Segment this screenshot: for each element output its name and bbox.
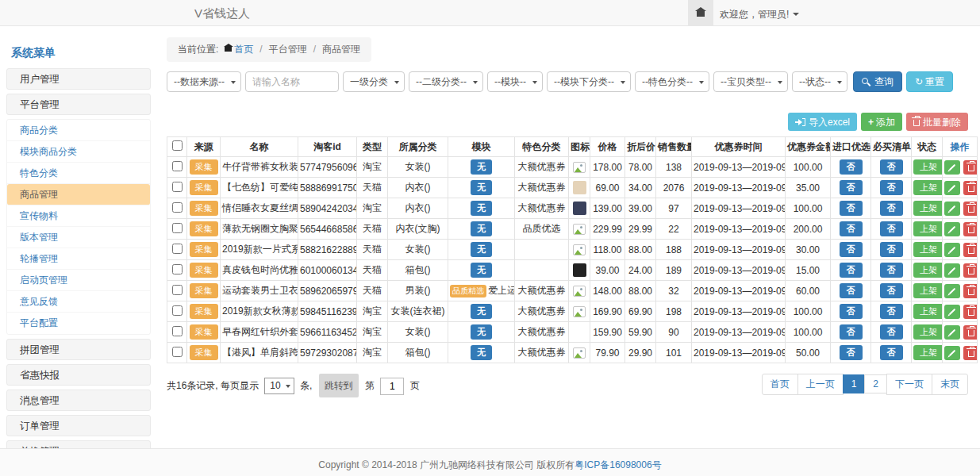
- edit-button[interactable]: [944, 181, 960, 195]
- sidebar-submenu-item[interactable]: 特色分类: [7, 163, 150, 184]
- row-checkbox[interactable]: [172, 305, 183, 316]
- page-link[interactable]: 2: [864, 374, 887, 393]
- page-size-select[interactable]: 10: [264, 378, 294, 394]
- search-button[interactable]: 查询: [853, 71, 902, 92]
- edit-button[interactable]: [944, 346, 960, 360]
- filter-select-module[interactable]: --模块--: [487, 71, 543, 92]
- import-choice-toggle[interactable]: 否: [840, 180, 863, 195]
- sidebar-submenu-item[interactable]: 轮播管理: [7, 248, 150, 270]
- sidebar-submenu-item[interactable]: 版本管理: [7, 227, 150, 248]
- module-none-badge[interactable]: 无: [471, 180, 492, 195]
- row-checkbox[interactable]: [172, 161, 183, 171]
- status-button[interactable]: 上架: [913, 159, 943, 175]
- filter-select-level2-category[interactable]: --二级分类--: [409, 71, 483, 92]
- status-button[interactable]: 上架: [913, 201, 943, 216]
- row-checkbox[interactable]: [172, 182, 183, 192]
- sidebar-group[interactable]: 拼团管理: [6, 339, 151, 360]
- import-excel-button[interactable]: 导入excel: [788, 113, 857, 131]
- sidebar-group[interactable]: 订单管理: [6, 415, 151, 436]
- sidebar-group[interactable]: 平台管理: [6, 94, 151, 115]
- name-search-input[interactable]: [245, 71, 339, 92]
- source-badge[interactable]: 采集: [190, 324, 218, 340]
- module-none-badge[interactable]: 无: [471, 324, 492, 340]
- source-badge[interactable]: 采集: [190, 242, 218, 257]
- status-button[interactable]: 上架: [913, 221, 943, 236]
- must-buy-toggle[interactable]: 否: [880, 304, 903, 319]
- module-none-badge[interactable]: 无: [471, 221, 492, 236]
- filter-select-module-subcategory[interactable]: --模块下分类--: [547, 71, 631, 92]
- status-button[interactable]: 上架: [913, 263, 943, 278]
- filter-select-status[interactable]: --状态--: [792, 71, 847, 92]
- import-choice-toggle[interactable]: 否: [840, 345, 863, 360]
- status-button[interactable]: 上架: [913, 324, 943, 340]
- source-badge[interactable]: 采集: [190, 159, 218, 175]
- must-buy-toggle[interactable]: 否: [880, 159, 903, 175]
- page-link[interactable]: 下一页: [886, 374, 932, 395]
- delete-button[interactable]: [963, 181, 978, 195]
- import-choice-toggle[interactable]: 否: [840, 159, 863, 175]
- module-none-badge[interactable]: 无: [471, 345, 492, 360]
- module-none-badge[interactable]: 无: [471, 304, 492, 319]
- reset-button[interactable]: ↻重置: [906, 71, 953, 92]
- delete-button[interactable]: [963, 263, 978, 278]
- must-buy-toggle[interactable]: 否: [880, 263, 903, 278]
- module-none-badge[interactable]: 无: [471, 263, 492, 278]
- source-badge[interactable]: 采集: [190, 201, 218, 216]
- filter-select-item-type[interactable]: --宝贝类型--: [713, 71, 788, 92]
- filter-select-data-source[interactable]: --数据来源--: [167, 71, 241, 92]
- sidebar-group[interactable]: 省惠快报: [6, 364, 151, 386]
- sidebar-submenu-item[interactable]: 商品管理: [7, 184, 150, 205]
- status-button[interactable]: 上架: [913, 345, 943, 360]
- user-menu[interactable]: 欢迎您，管理员!: [720, 8, 799, 21]
- sidebar-group[interactable]: 消息管理: [6, 390, 151, 411]
- breadcrumb-home-link[interactable]: 首页: [234, 44, 253, 55]
- source-badge[interactable]: 采集: [190, 180, 218, 195]
- must-buy-toggle[interactable]: 否: [880, 283, 903, 298]
- must-buy-toggle[interactable]: 否: [880, 201, 903, 216]
- edit-button[interactable]: [944, 243, 960, 257]
- source-badge[interactable]: 采集: [190, 283, 218, 298]
- icp-link[interactable]: 粤ICP备16098006号: [575, 459, 661, 470]
- delete-button[interactable]: [963, 202, 978, 216]
- delete-button[interactable]: [963, 243, 978, 257]
- batch-delete-button[interactable]: 批量删除: [906, 113, 968, 131]
- must-buy-toggle[interactable]: 否: [880, 324, 903, 340]
- edit-button[interactable]: [944, 202, 960, 216]
- delete-button[interactable]: [963, 325, 978, 340]
- edit-button[interactable]: [944, 284, 960, 298]
- home-button[interactable]: [688, 0, 713, 25]
- import-choice-toggle[interactable]: 否: [840, 201, 863, 216]
- select-all-checkbox[interactable]: [172, 140, 183, 151]
- page-link[interactable]: 上一页: [797, 374, 844, 395]
- row-checkbox[interactable]: [172, 285, 183, 295]
- must-buy-toggle[interactable]: 否: [880, 345, 903, 360]
- sidebar-group[interactable]: 用户管理: [6, 68, 151, 90]
- row-checkbox[interactable]: [172, 223, 183, 233]
- sidebar-group[interactable]: 兑换管理: [6, 440, 151, 448]
- delete-button[interactable]: [963, 284, 978, 298]
- status-button[interactable]: 上架: [913, 242, 943, 257]
- import-choice-toggle[interactable]: 否: [840, 324, 863, 340]
- must-buy-toggle[interactable]: 否: [880, 242, 903, 257]
- row-checkbox[interactable]: [172, 326, 183, 336]
- edit-button[interactable]: [944, 305, 960, 319]
- source-badge[interactable]: 采集: [190, 221, 218, 236]
- page-link[interactable]: 首页: [762, 374, 798, 395]
- edit-button[interactable]: [944, 263, 960, 278]
- jump-button[interactable]: 跳转到: [319, 374, 359, 397]
- status-button[interactable]: 上架: [913, 283, 943, 298]
- filter-select-level1-category[interactable]: 一级分类: [343, 71, 405, 92]
- sidebar-submenu-item[interactable]: 模块商品分类: [7, 141, 150, 163]
- delete-button[interactable]: [963, 346, 978, 360]
- page-link[interactable]: 1: [843, 374, 866, 393]
- module-none-badge[interactable]: 无: [471, 159, 492, 175]
- source-badge[interactable]: 采集: [190, 263, 218, 278]
- module-badge[interactable]: 品质精选: [450, 285, 486, 298]
- delete-button[interactable]: [963, 305, 978, 319]
- module-none-badge[interactable]: 无: [471, 201, 492, 216]
- import-choice-toggle[interactable]: 否: [840, 263, 863, 278]
- import-choice-toggle[interactable]: 否: [840, 283, 863, 298]
- import-choice-toggle[interactable]: 否: [840, 304, 863, 319]
- import-choice-toggle[interactable]: 否: [840, 242, 863, 257]
- add-button[interactable]: +添加: [861, 113, 902, 131]
